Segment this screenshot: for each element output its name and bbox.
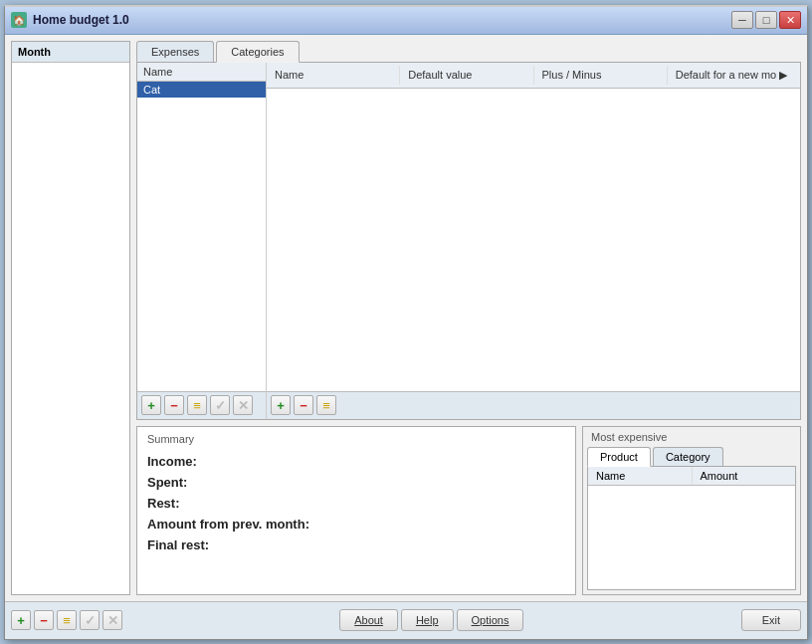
col-name: Name bbox=[267, 66, 400, 85]
tab-content: Name Cat + − ≡ ✓ ✕ bbox=[136, 63, 801, 420]
categories-name-header: Name bbox=[137, 63, 266, 82]
spent-label: Spent: bbox=[147, 475, 187, 490]
income-label: Income: bbox=[147, 454, 197, 469]
me-col-amount: Amount bbox=[693, 467, 796, 485]
rest-row: Rest: bbox=[147, 496, 565, 511]
options-button[interactable]: Options bbox=[457, 609, 524, 631]
me-body bbox=[588, 486, 795, 589]
footer-add-button[interactable]: + bbox=[11, 610, 31, 630]
categories-right-toolbar: + − ≡ bbox=[267, 391, 800, 419]
col-default-new-month: Default for a new mo ▶ bbox=[668, 66, 800, 85]
most-expensive-panel: Most expensive Product Category Name Amo… bbox=[582, 426, 801, 595]
edit-field-button[interactable]: ≡ bbox=[316, 395, 336, 415]
title-bar: 🏠 Home budget 1.0 ─ □ ✕ bbox=[5, 7, 807, 35]
app-icon: 🏠 bbox=[11, 12, 27, 28]
categories-left-toolbar: + − ≡ ✓ ✕ bbox=[137, 391, 266, 419]
right-col-headers: Name Default value Plus / Minus Default … bbox=[267, 63, 800, 89]
col-plus-minus: Plus / Minus bbox=[534, 66, 668, 85]
tab-expenses[interactable]: Expenses bbox=[136, 41, 214, 62]
amount-prev-label: Amount from prev. month: bbox=[147, 517, 309, 532]
footer-edit-button[interactable]: ≡ bbox=[57, 610, 77, 630]
remove-category-button[interactable]: − bbox=[164, 395, 184, 415]
help-button[interactable]: Help bbox=[401, 609, 454, 631]
minimize-button[interactable]: ─ bbox=[731, 11, 753, 29]
amount-prev-row: Amount from prev. month: bbox=[147, 517, 565, 532]
sidebar: Month bbox=[11, 41, 130, 595]
add-category-button[interactable]: + bbox=[141, 395, 161, 415]
most-expensive-content: Name Amount bbox=[587, 466, 796, 590]
category-item-cat[interactable]: Cat bbox=[137, 82, 266, 98]
me-tab-category[interactable]: Category bbox=[653, 447, 723, 466]
sidebar-body bbox=[12, 63, 129, 594]
footer-cancel-button[interactable]: ✕ bbox=[102, 610, 122, 630]
summary-title: Summary bbox=[147, 433, 565, 445]
final-rest-label: Final rest: bbox=[147, 537, 209, 552]
exit-button[interactable]: Exit bbox=[741, 609, 801, 631]
footer-tools: + − ≡ ✓ ✕ bbox=[11, 610, 122, 630]
me-col-name: Name bbox=[588, 467, 693, 485]
categories-list[interactable]: Cat bbox=[137, 82, 266, 391]
tabs: Expenses Categories bbox=[136, 41, 801, 63]
me-tab-product[interactable]: Product bbox=[587, 447, 651, 467]
remove-field-button[interactable]: − bbox=[294, 395, 313, 415]
categories-right-panel: Name Default value Plus / Minus Default … bbox=[267, 63, 800, 419]
bottom-row: Summary Income: Spent: Rest: Amount from… bbox=[136, 426, 801, 595]
final-rest-row: Final rest: bbox=[147, 537, 565, 552]
edit-category-button[interactable]: ≡ bbox=[187, 395, 207, 415]
spent-row: Spent: bbox=[147, 475, 565, 490]
most-expensive-title: Most expensive bbox=[583, 427, 800, 447]
sidebar-header: Month bbox=[12, 42, 129, 63]
right-panel: Expenses Categories Name Cat + bbox=[136, 41, 801, 595]
confirm-category-button[interactable]: ✓ bbox=[210, 395, 230, 415]
footer-remove-button[interactable]: − bbox=[34, 610, 54, 630]
tab-categories[interactable]: Categories bbox=[216, 41, 299, 63]
right-col-body bbox=[267, 89, 800, 391]
summary-panel: Summary Income: Spent: Rest: Amount from… bbox=[136, 426, 576, 595]
income-row: Income: bbox=[147, 454, 565, 469]
categories-left-panel: Name Cat + − ≡ ✓ ✕ bbox=[137, 63, 267, 419]
window-controls: ─ □ ✕ bbox=[731, 11, 801, 29]
add-field-button[interactable]: + bbox=[271, 395, 291, 415]
me-header-row: Name Amount bbox=[588, 467, 795, 486]
col-default-value: Default value bbox=[400, 66, 533, 85]
footer-confirm-button[interactable]: ✓ bbox=[80, 610, 100, 630]
footer: + − ≡ ✓ ✕ About Help Options Exit bbox=[5, 601, 807, 639]
window-title: Home budget 1.0 bbox=[33, 13, 731, 27]
most-expensive-tabs: Product Category bbox=[583, 447, 800, 466]
tab-area: Expenses Categories Name Cat + bbox=[136, 41, 801, 420]
cancel-category-button[interactable]: ✕ bbox=[233, 395, 253, 415]
main-window: 🏠 Home budget 1.0 ─ □ ✕ Month Expenses C… bbox=[4, 5, 808, 640]
rest-label: Rest: bbox=[147, 496, 180, 511]
about-button[interactable]: About bbox=[339, 609, 398, 631]
categories-name-col: Name bbox=[143, 66, 172, 78]
close-button[interactable]: ✕ bbox=[779, 11, 801, 29]
main-content: Month Expenses Categories Name bbox=[5, 35, 807, 601]
maximize-button[interactable]: □ bbox=[755, 11, 777, 29]
